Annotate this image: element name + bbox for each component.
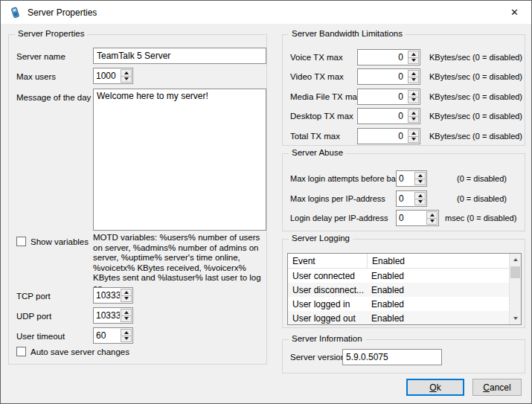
udp-port-spinner[interactable]: 10333	[93, 307, 133, 324]
voice-tx-value: 0	[358, 50, 407, 65]
spinner-buttons[interactable]	[414, 192, 426, 205]
server-bandwidth-group: Server Bandwidth Limitations Voice TX ma…	[282, 34, 525, 146]
vertical-scrollbar[interactable]	[509, 254, 521, 324]
max-logins-ip-suffix: (0 = disabled)	[457, 193, 507, 204]
login-delay-ip-value: 0	[397, 211, 426, 225]
max-users-label: Max users	[16, 71, 56, 82]
spin-up-icon[interactable]	[415, 193, 425, 199]
cancel-button[interactable]: Cancel	[472, 379, 522, 396]
logging-event-list[interactable]: Event Enabled User connected Enabled Use…	[287, 253, 522, 325]
tcp-port-spinner[interactable]: 10333	[93, 287, 133, 304]
teamtalk-app-icon	[9, 7, 21, 19]
max-logins-ip-spinner[interactable]: 0	[396, 190, 427, 207]
motd-textarea[interactable]: Welcome here to my server!	[93, 89, 266, 231]
spin-down-icon[interactable]	[408, 117, 418, 123]
spinner-buttons[interactable]	[408, 129, 419, 143]
server-abuse-group: Server Abuse Max login attempts before b…	[282, 153, 525, 231]
desktop-tx-spinner[interactable]: 0	[357, 108, 420, 124]
spin-down-icon[interactable]	[408, 97, 418, 103]
spinner-buttons[interactable]	[408, 70, 419, 83]
event-cell: User logged in	[288, 299, 367, 310]
spin-up-icon[interactable]	[121, 330, 131, 336]
list-item[interactable]: User logged in Enabled	[288, 297, 521, 311]
group-title: Server Properties	[15, 29, 87, 38]
spinner-buttons[interactable]	[408, 51, 419, 64]
user-timeout-spinner[interactable]: 60	[93, 327, 133, 344]
max-login-attempts-spinner[interactable]: 0	[396, 170, 427, 187]
scrollbar-thumb[interactable]	[510, 266, 520, 278]
scroll-down-icon[interactable]	[510, 312, 521, 324]
spin-up-icon[interactable]	[121, 70, 131, 77]
voice-tx-suffix: KBytes/sec (0 = disabled)	[429, 52, 522, 62]
server-properties-dialog: Server Properties ✕ Server Properties Se…	[0, 0, 532, 404]
spin-up-icon[interactable]	[427, 212, 437, 219]
spin-up-icon[interactable]	[121, 289, 131, 296]
column-header-enabled[interactable]: Enabled	[368, 256, 405, 266]
spinner-buttons[interactable]	[408, 90, 419, 103]
show-variables-checkbox[interactable]: Show variables	[16, 237, 89, 246]
server-version-label: Server version	[290, 352, 345, 362]
spin-down-icon[interactable]	[121, 316, 131, 322]
auto-save-label: Auto save server changes	[31, 347, 129, 356]
spinner-buttons[interactable]	[121, 289, 132, 302]
max-users-spinner[interactable]: 1000	[93, 68, 133, 84]
video-tx-spinner[interactable]: 0	[357, 68, 420, 85]
spinner-buttons[interactable]	[414, 172, 426, 185]
spin-up-icon[interactable]	[408, 71, 418, 77]
total-tx-spinner[interactable]: 0	[357, 128, 420, 144]
voice-tx-label: Voice TX max	[290, 52, 343, 62]
spin-down-icon[interactable]	[121, 336, 131, 342]
group-title: Server Bandwidth Limitations	[289, 29, 406, 38]
scroll-up-icon[interactable]	[510, 254, 521, 266]
spin-up-icon[interactable]	[408, 130, 418, 137]
mediafile-tx-spinner[interactable]: 0	[357, 89, 420, 105]
spin-down-icon[interactable]	[415, 199, 425, 205]
spin-down-icon[interactable]	[415, 179, 425, 185]
spinner-buttons[interactable]	[408, 109, 419, 123]
voice-tx-spinner[interactable]: 0	[357, 49, 420, 65]
spin-up-icon[interactable]	[408, 91, 418, 97]
list-item[interactable]: User logged out Enabled	[288, 311, 521, 325]
spin-down-icon[interactable]	[121, 296, 131, 302]
server-properties-group: Server Properties Server name Max users …	[8, 34, 267, 365]
titlebar: Server Properties ✕	[1, 1, 531, 24]
server-logging-group: Server Logging Event Enabled User connec…	[282, 239, 525, 328]
spin-up-icon[interactable]	[408, 110, 418, 117]
spinner-buttons[interactable]	[121, 69, 132, 83]
max-login-attempts-value: 0	[397, 171, 414, 186]
list-item[interactable]: User disconnect... Enabled	[288, 283, 521, 297]
spin-down-icon[interactable]	[408, 137, 418, 143]
list-item[interactable]: User connected Enabled	[288, 269, 521, 283]
login-delay-ip-label: Login delay per IP-address	[290, 213, 388, 223]
spin-down-icon[interactable]	[121, 77, 131, 83]
tcp-port-value: 10333	[94, 288, 120, 303]
spin-up-icon[interactable]	[121, 310, 131, 316]
login-delay-ip-suffix: msec (0 = disabled)	[445, 213, 516, 223]
close-icon[interactable]: ✕	[498, 1, 531, 23]
spin-down-icon[interactable]	[427, 219, 437, 225]
udp-port-value: 10333	[94, 308, 120, 323]
checkbox-box[interactable]	[16, 347, 26, 356]
spin-down-icon[interactable]	[408, 77, 418, 83]
checkbox-box[interactable]	[16, 237, 26, 246]
event-cell: User disconnect...	[288, 285, 367, 295]
user-timeout-label: User timeout	[16, 331, 65, 342]
spin-down-icon[interactable]	[408, 58, 418, 64]
auto-save-checkbox[interactable]: Auto save server changes	[16, 347, 129, 356]
group-title: Server Information	[289, 334, 365, 343]
column-header-event[interactable]: Event	[288, 254, 368, 268]
group-title: Server Abuse	[289, 148, 346, 157]
ok-button[interactable]: Ok	[406, 379, 464, 396]
enabled-cell: Enabled	[367, 271, 404, 281]
spin-up-icon[interactable]	[408, 51, 418, 58]
server-name-input[interactable]	[93, 48, 266, 64]
login-delay-ip-spinner[interactable]: 0	[396, 210, 439, 226]
spinner-buttons[interactable]	[121, 309, 132, 322]
spinner-buttons[interactable]	[121, 329, 132, 342]
spin-up-icon[interactable]	[415, 173, 425, 179]
mediafile-tx-suffix: KBytes/sec (0 = disabled)	[429, 92, 522, 102]
window-title: Server Properties	[28, 7, 97, 18]
spinner-buttons[interactable]	[426, 211, 438, 225]
server-name-label: Server name	[16, 51, 65, 62]
server-version-input[interactable]	[342, 349, 442, 365]
